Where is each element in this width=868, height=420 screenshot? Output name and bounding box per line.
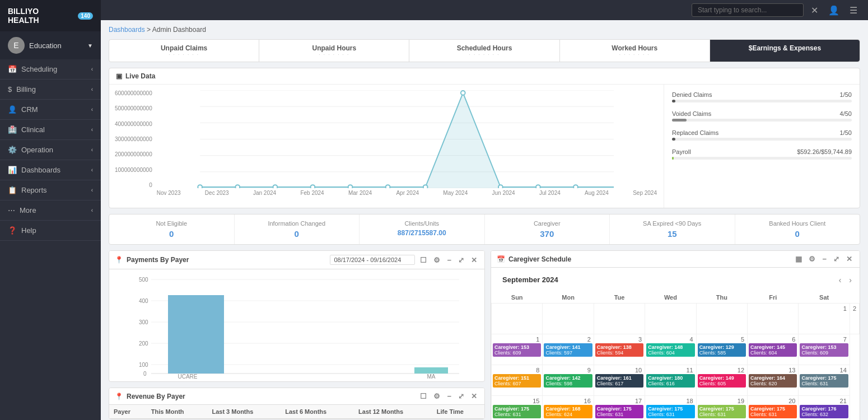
sidebar-item-clinical[interactable]: 🏥Clinical ‹ xyxy=(0,120,101,140)
search-input[interactable] xyxy=(692,3,804,17)
calendar-cell: 21Caregiver: 176Clients: 632 xyxy=(799,396,850,421)
revenue-header: 📍 Revenue By Payer ☐ ⚙ − ⤢ ✕ xyxy=(109,388,484,405)
sidebar-user[interactable]: E Education ▼ xyxy=(0,31,101,59)
calendar-cell: 20Caregiver: 175Clients: 631 xyxy=(748,396,799,421)
calendar-event[interactable]: Caregiver: 175Clients: 631 xyxy=(698,405,746,418)
cal-prev-btn[interactable]: ‹ xyxy=(837,276,844,284)
calendar-event[interactable]: Caregiver: 175Clients: 631 xyxy=(800,374,848,388)
calendar-event[interactable]: Caregiver: 141Clients: 597 xyxy=(544,343,592,357)
crm-icon: 👤 xyxy=(8,105,17,114)
svg-point-18 xyxy=(573,185,578,188)
cal-grid-icon[interactable]: ▦ xyxy=(794,255,804,263)
calendar-event[interactable]: Caregiver: 153Clients: 609 xyxy=(493,343,541,357)
sidebar-item-reports[interactable]: 📋Reports ‹ xyxy=(0,180,101,200)
calendar-event[interactable]: Caregiver: 149Clients: 605 xyxy=(698,374,746,388)
tab-worked-hours[interactable]: Worked Hours · · · · · · · xyxy=(560,40,710,62)
svg-point-14 xyxy=(423,185,428,188)
svg-rect-31 xyxy=(168,295,224,374)
cal-expand-icon[interactable]: ⤢ xyxy=(832,255,841,263)
tab-scheduled-hours[interactable]: Scheduled Hours · · · · · · · xyxy=(409,40,559,62)
svg-rect-32 xyxy=(414,367,448,374)
sidebar-item-help[interactable]: ❓Help xyxy=(0,221,101,241)
tab-unpaid-claims[interactable]: Unpaid Claims · · · · · · · xyxy=(109,40,259,62)
calendar-event[interactable]: Caregiver: 129Clients: 585 xyxy=(698,343,746,357)
calendar-event[interactable]: Caregiver: 161Clients: 617 xyxy=(595,374,643,388)
revenue-minimize-icon[interactable]: − xyxy=(445,392,453,400)
revenue-checkbox[interactable]: ☐ xyxy=(418,392,428,400)
sidebar-item-billing[interactable]: $Billing ‹ xyxy=(0,80,101,100)
tab-earnings[interactable]: $Earnings & Expenses xyxy=(710,40,860,62)
lower-right: 📅 Caregiver Schedule ▦ ⚙ − ⤢ ✕ September… xyxy=(491,250,860,420)
menu-icon[interactable]: ☰ xyxy=(847,4,860,17)
revenue-settings-icon[interactable]: ⚙ xyxy=(432,392,442,400)
cal-close-icon[interactable]: ✕ xyxy=(844,255,854,263)
breadcrumb-parent[interactable]: Dashboards xyxy=(109,26,145,34)
calendar-cell: 5Caregiver: 129Clients: 585 xyxy=(696,334,747,365)
calendar-event[interactable]: Caregiver: 138Clients: 594 xyxy=(595,343,643,357)
calendar-cell: 7Caregiver: 153Clients: 609 xyxy=(799,334,850,365)
clinical-chevron: ‹ xyxy=(91,127,93,133)
dashboards-icon: 📊 xyxy=(8,166,17,174)
cal-minimize-icon[interactable]: − xyxy=(820,255,828,263)
sidebar-item-operation[interactable]: ⚙️Operation ‹ xyxy=(0,140,101,160)
calendar-event[interactable]: Caregiver: 164Clients: 620 xyxy=(749,374,797,388)
revenue-table: Payer This Month Last 3 Months Last 6 Mo… xyxy=(109,405,484,419)
payments-expand-icon[interactable]: ⤢ xyxy=(456,256,466,264)
bar-chart-container: 500 400 300 200 100 0 xyxy=(109,269,484,381)
payments-minimize-icon[interactable]: − xyxy=(445,256,453,264)
svg-text:MA: MA xyxy=(427,374,436,379)
svg-point-9 xyxy=(235,185,240,188)
payments-settings-icon[interactable]: ⚙ xyxy=(432,256,442,264)
calendar-cell: 10Caregiver: 161Clients: 617 xyxy=(594,365,645,396)
calendar-event[interactable]: Caregiver: 175Clients: 631 xyxy=(493,405,541,418)
calendar-event[interactable]: Caregiver: 175Clients: 631 xyxy=(749,405,797,418)
calendar-event[interactable]: Caregiver: 176Clients: 632 xyxy=(800,405,848,418)
clients-units-stat: Clients/Units 887/2715587.00 xyxy=(360,214,485,244)
sidebar-item-dashboards[interactable]: 📊Dashboards ‹ xyxy=(0,160,101,180)
calendar-event[interactable]: Caregiver: 168Clients: 624 xyxy=(544,405,592,418)
sidebar-header: BILLIYO HEALTH 140 xyxy=(0,0,101,31)
payroll-stat: Payroll $592.26/$59,744.89 xyxy=(672,148,852,160)
svg-point-8 xyxy=(198,185,202,188)
calendar-icon: 📅 xyxy=(497,255,505,263)
notification-badge: 140 xyxy=(78,12,93,20)
cal-next-btn[interactable]: › xyxy=(847,276,854,284)
calendar-cell: 11Caregiver: 180Clients: 616 xyxy=(645,365,696,396)
svg-point-16 xyxy=(498,185,503,188)
revenue-by-payer-panel: 📍 Revenue By Payer ☐ ⚙ − ⤢ ✕ xyxy=(109,388,485,419)
calendar-event[interactable]: Caregiver: 180Clients: 616 xyxy=(646,374,694,388)
revenue-expand-icon[interactable]: ⤢ xyxy=(456,392,466,400)
sa-expired-stat: SA Expired <90 Days 15 xyxy=(610,214,735,244)
calendar-event[interactable]: Caregiver: 153Clients: 609 xyxy=(800,343,848,357)
close-icon[interactable]: ✕ xyxy=(808,4,821,17)
sidebar-item-scheduling[interactable]: 📅Scheduling ‹ xyxy=(0,59,101,80)
chart-y-labels: 600000000000 500000000000 400000000000 3… xyxy=(115,90,156,188)
user-avatar: E xyxy=(8,37,25,54)
operation-chevron: ‹ xyxy=(91,147,93,153)
calendar-event[interactable]: Caregiver: 145Clients: 604 xyxy=(749,343,797,357)
svg-point-11 xyxy=(310,185,315,188)
sidebar-item-more[interactable]: ⋯More ‹ xyxy=(0,200,101,221)
calendar-event[interactable]: Caregiver: 151Clients: 607 xyxy=(493,374,541,388)
calendar-event[interactable]: Caregiver: 175Clients: 631 xyxy=(646,405,694,418)
calendar-event[interactable]: Caregiver: 142Clients: 598 xyxy=(544,374,592,388)
revenue-close-icon[interactable]: ✕ xyxy=(469,392,479,400)
calendar-cell: 12Caregiver: 149Clients: 605 xyxy=(696,365,747,396)
calendar-event[interactable]: Caregiver: 148Clients: 604 xyxy=(646,343,694,357)
bottom-stats: Not Eligible 0 Information Changed 0 Cli… xyxy=(109,214,860,245)
info-changed-stat: Information Changed 0 xyxy=(235,214,360,244)
tab-unpaid-hours[interactable]: Unpaid Hours · · · · · · · xyxy=(259,40,409,62)
payments-date-range[interactable] xyxy=(330,255,415,265)
sidebar-item-crm[interactable]: 👤CRM ‹ xyxy=(0,100,101,120)
payments-checkbox[interactable]: ☐ xyxy=(418,256,428,264)
payments-close-icon[interactable]: ✕ xyxy=(469,256,479,264)
svg-text:400: 400 xyxy=(139,298,148,304)
svg-marker-7 xyxy=(200,93,614,188)
calendar-cell: 6Caregiver: 145Clients: 604 xyxy=(748,334,799,365)
cal-settings-icon[interactable]: ⚙ xyxy=(807,255,817,263)
reports-chevron: ‹ xyxy=(91,187,93,193)
live-data-icon: ▣ xyxy=(116,72,122,80)
billing-icon: $ xyxy=(8,85,12,94)
calendar-event[interactable]: Caregiver: 175Clients: 631 xyxy=(595,405,643,418)
user-icon[interactable]: 👤 xyxy=(825,4,842,17)
